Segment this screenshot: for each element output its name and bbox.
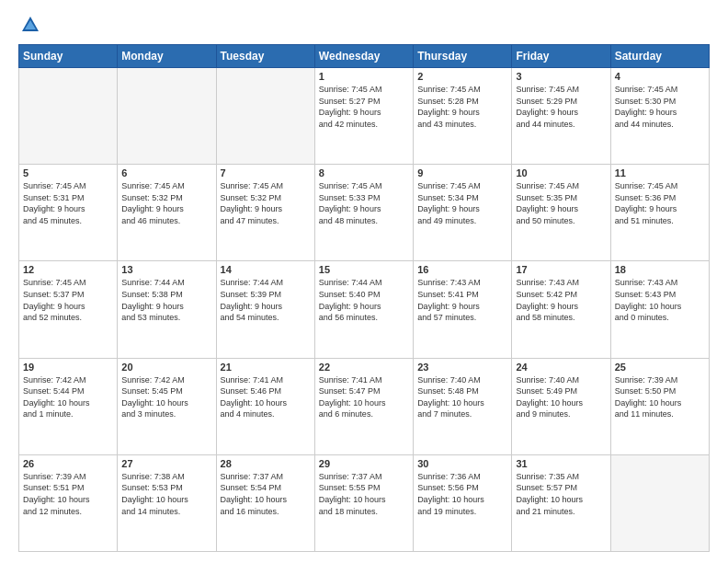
- day-info: Sunrise: 7:45 AM Sunset: 5:37 PM Dayligh…: [23, 277, 113, 323]
- day-info: Sunrise: 7:42 AM Sunset: 5:45 PM Dayligh…: [121, 374, 211, 420]
- day-info: Sunrise: 7:44 AM Sunset: 5:38 PM Dayligh…: [121, 277, 211, 323]
- day-number: 15: [319, 264, 409, 275]
- day-number: 2: [417, 71, 507, 82]
- calendar-cell: 12Sunrise: 7:45 AM Sunset: 5:37 PM Dayli…: [19, 261, 118, 358]
- calendar-cell: 31Sunrise: 7:35 AM Sunset: 5:57 PM Dayli…: [512, 454, 610, 551]
- day-info: Sunrise: 7:37 AM Sunset: 5:55 PM Dayligh…: [319, 471, 409, 517]
- calendar-header-row: SundayMondayTuesdayWednesdayThursdayFrid…: [19, 45, 710, 68]
- day-number: 20: [121, 362, 211, 373]
- day-number: 22: [319, 362, 409, 373]
- day-number: 14: [221, 264, 311, 275]
- day-number: 27: [121, 458, 211, 469]
- calendar-cell: 16Sunrise: 7:43 AM Sunset: 5:41 PM Dayli…: [414, 261, 512, 358]
- day-info: Sunrise: 7:39 AM Sunset: 5:50 PM Dayligh…: [615, 374, 705, 420]
- day-info: Sunrise: 7:40 AM Sunset: 5:49 PM Dayligh…: [516, 374, 606, 420]
- day-info: Sunrise: 7:44 AM Sunset: 5:39 PM Dayligh…: [221, 277, 311, 323]
- calendar-cell: 4Sunrise: 7:45 AM Sunset: 5:30 PM Daylig…: [610, 68, 709, 165]
- calendar-week-row: 26Sunrise: 7:39 AM Sunset: 5:51 PM Dayli…: [19, 454, 710, 551]
- calendar-cell: 6Sunrise: 7:45 AM Sunset: 5:32 PM Daylig…: [118, 165, 216, 261]
- day-header-thursday: Thursday: [414, 45, 512, 68]
- day-info: Sunrise: 7:45 AM Sunset: 5:31 PM Dayligh…: [23, 180, 113, 226]
- day-number: 3: [516, 71, 606, 82]
- day-info: Sunrise: 7:45 AM Sunset: 5:36 PM Dayligh…: [615, 180, 705, 226]
- day-info: Sunrise: 7:35 AM Sunset: 5:57 PM Dayligh…: [516, 471, 606, 517]
- logo-icon: [20, 15, 40, 35]
- day-number: 24: [516, 362, 606, 373]
- calendar-cell: 24Sunrise: 7:40 AM Sunset: 5:49 PM Dayli…: [512, 358, 610, 454]
- day-number: 31: [516, 458, 606, 469]
- calendar-cell: 22Sunrise: 7:41 AM Sunset: 5:47 PM Dayli…: [314, 358, 413, 454]
- day-info: Sunrise: 7:45 AM Sunset: 5:32 PM Dayligh…: [121, 180, 211, 226]
- calendar-week-row: 5Sunrise: 7:45 AM Sunset: 5:31 PM Daylig…: [19, 165, 710, 261]
- day-info: Sunrise: 7:44 AM Sunset: 5:40 PM Dayligh…: [319, 277, 409, 323]
- calendar-cell: 30Sunrise: 7:36 AM Sunset: 5:56 PM Dayli…: [414, 454, 512, 551]
- day-info: Sunrise: 7:36 AM Sunset: 5:56 PM Dayligh…: [417, 471, 507, 517]
- day-info: Sunrise: 7:45 AM Sunset: 5:32 PM Dayligh…: [221, 180, 311, 226]
- calendar-cell: 10Sunrise: 7:45 AM Sunset: 5:35 PM Dayli…: [512, 165, 610, 261]
- calendar-cell: 13Sunrise: 7:44 AM Sunset: 5:38 PM Dayli…: [118, 261, 216, 358]
- calendar-cell: 11Sunrise: 7:45 AM Sunset: 5:36 PM Dayli…: [610, 165, 709, 261]
- day-header-saturday: Saturday: [610, 45, 709, 68]
- calendar-cell: 9Sunrise: 7:45 AM Sunset: 5:34 PM Daylig…: [414, 165, 512, 261]
- calendar-cell: 23Sunrise: 7:40 AM Sunset: 5:48 PM Dayli…: [414, 358, 512, 454]
- day-number: 5: [23, 167, 113, 178]
- day-number: 18: [615, 264, 705, 275]
- calendar-cell: 2Sunrise: 7:45 AM Sunset: 5:28 PM Daylig…: [414, 68, 512, 165]
- day-number: 23: [417, 362, 507, 373]
- day-number: 30: [417, 458, 507, 469]
- day-number: 1: [319, 71, 409, 82]
- day-number: 8: [319, 167, 409, 178]
- day-info: Sunrise: 7:45 AM Sunset: 5:35 PM Dayligh…: [516, 180, 606, 226]
- day-info: Sunrise: 7:42 AM Sunset: 5:44 PM Dayligh…: [23, 374, 113, 420]
- day-number: 11: [615, 167, 705, 178]
- page: SundayMondayTuesdayWednesdayThursdayFrid…: [0, 0, 728, 563]
- logo: [18, 15, 40, 35]
- calendar-cell: 27Sunrise: 7:38 AM Sunset: 5:53 PM Dayli…: [118, 454, 216, 551]
- day-number: 12: [23, 264, 113, 275]
- day-number: 7: [221, 167, 311, 178]
- day-header-monday: Monday: [118, 45, 216, 68]
- calendar-cell: [610, 454, 709, 551]
- header: [18, 15, 710, 35]
- calendar-cell: [216, 68, 314, 165]
- calendar-cell: [118, 68, 216, 165]
- calendar-week-row: 1Sunrise: 7:45 AM Sunset: 5:27 PM Daylig…: [19, 68, 710, 165]
- day-info: Sunrise: 7:45 AM Sunset: 5:33 PM Dayligh…: [319, 180, 409, 226]
- day-number: 19: [23, 362, 113, 373]
- calendar-week-row: 19Sunrise: 7:42 AM Sunset: 5:44 PM Dayli…: [19, 358, 710, 454]
- calendar-cell: 17Sunrise: 7:43 AM Sunset: 5:42 PM Dayli…: [512, 261, 610, 358]
- calendar-week-row: 12Sunrise: 7:45 AM Sunset: 5:37 PM Dayli…: [19, 261, 710, 358]
- day-number: 13: [121, 264, 211, 275]
- day-info: Sunrise: 7:45 AM Sunset: 5:29 PM Dayligh…: [516, 84, 606, 130]
- day-number: 25: [615, 362, 705, 373]
- calendar-cell: 7Sunrise: 7:45 AM Sunset: 5:32 PM Daylig…: [216, 165, 314, 261]
- calendar-cell: 21Sunrise: 7:41 AM Sunset: 5:46 PM Dayli…: [216, 358, 314, 454]
- calendar-cell: 26Sunrise: 7:39 AM Sunset: 5:51 PM Dayli…: [19, 454, 118, 551]
- calendar-cell: 1Sunrise: 7:45 AM Sunset: 5:27 PM Daylig…: [314, 68, 413, 165]
- calendar-cell: 20Sunrise: 7:42 AM Sunset: 5:45 PM Dayli…: [118, 358, 216, 454]
- calendar-cell: 14Sunrise: 7:44 AM Sunset: 5:39 PM Dayli…: [216, 261, 314, 358]
- day-info: Sunrise: 7:40 AM Sunset: 5:48 PM Dayligh…: [417, 374, 507, 420]
- calendar-cell: 8Sunrise: 7:45 AM Sunset: 5:33 PM Daylig…: [314, 165, 413, 261]
- calendar-cell: 29Sunrise: 7:37 AM Sunset: 5:55 PM Dayli…: [314, 454, 413, 551]
- day-number: 28: [221, 458, 311, 469]
- day-number: 29: [319, 458, 409, 469]
- day-info: Sunrise: 7:43 AM Sunset: 5:43 PM Dayligh…: [615, 277, 705, 323]
- day-number: 6: [121, 167, 211, 178]
- day-info: Sunrise: 7:45 AM Sunset: 5:28 PM Dayligh…: [417, 84, 507, 130]
- day-info: Sunrise: 7:45 AM Sunset: 5:34 PM Dayligh…: [417, 180, 507, 226]
- day-number: 9: [417, 167, 507, 178]
- day-info: Sunrise: 7:45 AM Sunset: 5:27 PM Dayligh…: [319, 84, 409, 130]
- day-number: 10: [516, 167, 606, 178]
- day-info: Sunrise: 7:41 AM Sunset: 5:47 PM Dayligh…: [319, 374, 409, 420]
- day-info: Sunrise: 7:43 AM Sunset: 5:41 PM Dayligh…: [417, 277, 507, 323]
- day-header-tuesday: Tuesday: [216, 45, 314, 68]
- day-info: Sunrise: 7:39 AM Sunset: 5:51 PM Dayligh…: [23, 471, 113, 517]
- day-header-friday: Friday: [512, 45, 610, 68]
- day-info: Sunrise: 7:45 AM Sunset: 5:30 PM Dayligh…: [615, 84, 705, 130]
- calendar-cell: 25Sunrise: 7:39 AM Sunset: 5:50 PM Dayli…: [610, 358, 709, 454]
- calendar-cell: 15Sunrise: 7:44 AM Sunset: 5:40 PM Dayli…: [314, 261, 413, 358]
- calendar-cell: 5Sunrise: 7:45 AM Sunset: 5:31 PM Daylig…: [19, 165, 118, 261]
- day-number: 17: [516, 264, 606, 275]
- calendar-cell: 18Sunrise: 7:43 AM Sunset: 5:43 PM Dayli…: [610, 261, 709, 358]
